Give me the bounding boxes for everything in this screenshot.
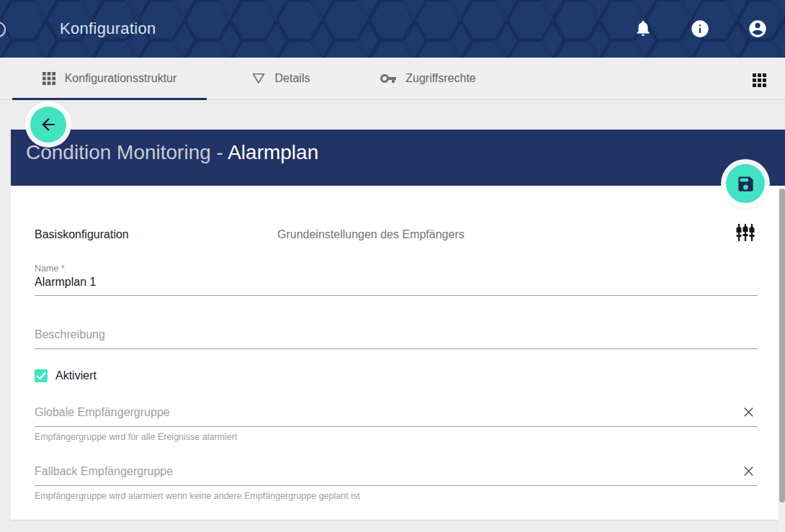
tab-label: Details (275, 72, 310, 85)
global-group-input[interactable] (35, 403, 740, 426)
app-bar: Konfiguration (0, 0, 785, 58)
tab-label: Zugriffsrechte (405, 72, 476, 85)
apps-grid-icon (753, 73, 767, 88)
page-title: Condition Monitoring - Alarmplan (26, 141, 318, 164)
activated-label: Aktiviert (55, 369, 97, 382)
name-input[interactable] (35, 274, 758, 295)
bell-icon (634, 19, 652, 37)
scrollbar-thumb[interactable] (779, 189, 785, 502)
save-floppy-icon (736, 174, 755, 194)
section-title: Basiskonfiguration (35, 228, 129, 241)
tab-zugriffsrechte[interactable]: Zugriffsrechte (352, 58, 503, 99)
app-title: Konfiguration (60, 19, 156, 38)
global-group-helper: Empfängergruppe wird für alle Ereignisse… (35, 432, 237, 442)
close-icon (743, 406, 755, 418)
global-group-field (35, 403, 758, 427)
checkbox-checked-icon[interactable] (35, 369, 48, 382)
tab-konfigurationsstruktur[interactable]: Konfigurationsstruktur (11, 58, 208, 99)
page-title-prefix: Condition Monitoring - (26, 141, 228, 163)
advanced-settings-button[interactable] (733, 220, 758, 245)
global-group-clear-button[interactable] (740, 406, 758, 426)
sliders-icon (733, 220, 758, 245)
name-field-label: Name * (35, 262, 758, 274)
key-icon (380, 70, 397, 87)
grid-icon (42, 72, 56, 86)
screen: Konfiguration (0, 0, 785, 532)
tab-details[interactable]: Details (208, 58, 352, 99)
info-button[interactable] (690, 19, 710, 39)
content-card: Condition Monitoring - Alarmplan Basisko… (11, 130, 785, 520)
arrow-left-icon (39, 115, 58, 134)
check-icon (35, 369, 48, 382)
account-icon (748, 19, 768, 39)
save-fab-button[interactable] (726, 164, 765, 203)
filter-icon (251, 71, 266, 86)
apps-grid-button[interactable] (753, 73, 767, 88)
tab-bar: Konfigurationsstruktur Details Zugriffsr… (0, 58, 785, 100)
fallback-group-field (35, 462, 758, 486)
fallback-group-helper: Empfängergruppe wird alarmiert wenn kein… (35, 491, 360, 501)
account-button[interactable] (748, 19, 768, 39)
fallback-group-clear-button[interactable] (740, 465, 758, 485)
active-tab-underline (12, 98, 207, 100)
fallback-group-input[interactable] (35, 462, 740, 485)
description-input[interactable] (35, 325, 758, 348)
name-field: Name * (35, 262, 758, 296)
tab-label: Konfigurationsstruktur (65, 72, 177, 85)
description-field (35, 325, 758, 349)
page-header-band: Condition Monitoring - Alarmplan (11, 130, 785, 186)
section-subtitle: Grundeinstellungen des Empfängers (277, 228, 465, 241)
back-fab-button[interactable] (30, 107, 66, 143)
info-icon (690, 19, 710, 39)
notifications-button[interactable] (633, 19, 653, 39)
activated-checkbox-row[interactable]: Aktiviert (35, 369, 97, 382)
close-icon (743, 465, 755, 477)
page-title-emphasis: Alarmplan (228, 141, 318, 163)
